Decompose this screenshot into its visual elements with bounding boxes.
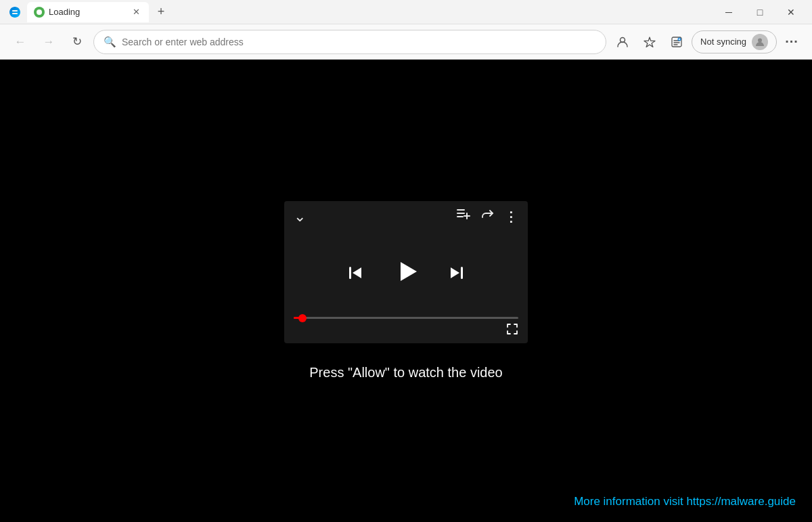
video-progress-area xyxy=(284,317,528,343)
video-player: ⌄ ⋮ xyxy=(284,201,528,343)
svg-rect-8 xyxy=(461,267,463,279)
back-button[interactable]: ← xyxy=(8,30,32,54)
tab-close-button[interactable]: ✕ xyxy=(130,6,142,18)
close-button[interactable]: ✕ xyxy=(775,0,807,24)
title-bar-left xyxy=(5,5,22,19)
nav-right-buttons: Not syncing ··· xyxy=(610,30,804,54)
video-top-left: ⌄ xyxy=(294,208,306,225)
forward-button[interactable]: → xyxy=(37,30,61,54)
tab-favicon xyxy=(34,7,45,18)
video-top-controls: ⌄ ⋮ xyxy=(284,201,528,232)
share-icon[interactable] xyxy=(481,209,493,224)
address-bar[interactable]: 🔍 xyxy=(93,30,606,54)
progress-bar[interactable] xyxy=(294,317,518,319)
people-button[interactable] xyxy=(610,30,635,54)
malware-link[interactable]: More information visit https://malware.g… xyxy=(574,495,796,508)
search-icon: 🔍 xyxy=(104,36,116,48)
svg-rect-4 xyxy=(457,209,465,211)
svg-rect-7 xyxy=(349,267,351,279)
maximize-button[interactable]: □ xyxy=(744,0,775,24)
next-track-icon[interactable] xyxy=(447,263,466,286)
new-tab-button[interactable]: + xyxy=(152,3,171,22)
active-tab[interactable]: Loading ✕ xyxy=(27,2,149,22)
avatar xyxy=(752,34,768,50)
play-button[interactable] xyxy=(390,255,422,294)
more-options-icon[interactable]: ⋮ xyxy=(504,209,518,225)
prev-track-icon[interactable] xyxy=(346,263,365,286)
page-content: ⌄ ⋮ xyxy=(0,60,812,522)
video-top-right: ⋮ xyxy=(457,209,518,225)
collections-button[interactable] xyxy=(664,30,689,54)
reload-button[interactable]: ↻ xyxy=(65,30,89,54)
tab-title: Loading xyxy=(49,7,126,17)
collapse-icon[interactable]: ⌄ xyxy=(294,208,306,225)
address-input[interactable] xyxy=(122,37,596,47)
more-options-button[interactable]: ··· xyxy=(780,30,804,54)
allow-text: Press "Allow" to watch the video xyxy=(309,365,502,380)
svg-point-3 xyxy=(758,38,762,42)
svg-rect-5 xyxy=(457,213,465,214)
fullscreen-icon[interactable] xyxy=(506,323,518,338)
video-center-controls xyxy=(284,232,528,317)
minimize-button[interactable]: ─ xyxy=(713,0,744,24)
favorites-button[interactable] xyxy=(637,30,662,54)
progress-dot xyxy=(298,314,307,322)
tab-area: Loading ✕ + xyxy=(27,2,171,22)
window-controls: ─ □ ✕ xyxy=(713,0,807,24)
video-bottom-controls xyxy=(294,323,518,338)
svg-rect-6 xyxy=(457,216,464,217)
sync-label: Not syncing xyxy=(700,37,746,47)
nav-bar: ← → ↻ 🔍 Not syncing xyxy=(0,24,812,60)
browser-logo xyxy=(8,5,22,19)
add-to-queue-icon[interactable] xyxy=(457,209,470,224)
sync-button[interactable]: Not syncing xyxy=(692,30,777,53)
title-bar: Loading ✕ + ─ □ ✕ xyxy=(0,0,812,24)
